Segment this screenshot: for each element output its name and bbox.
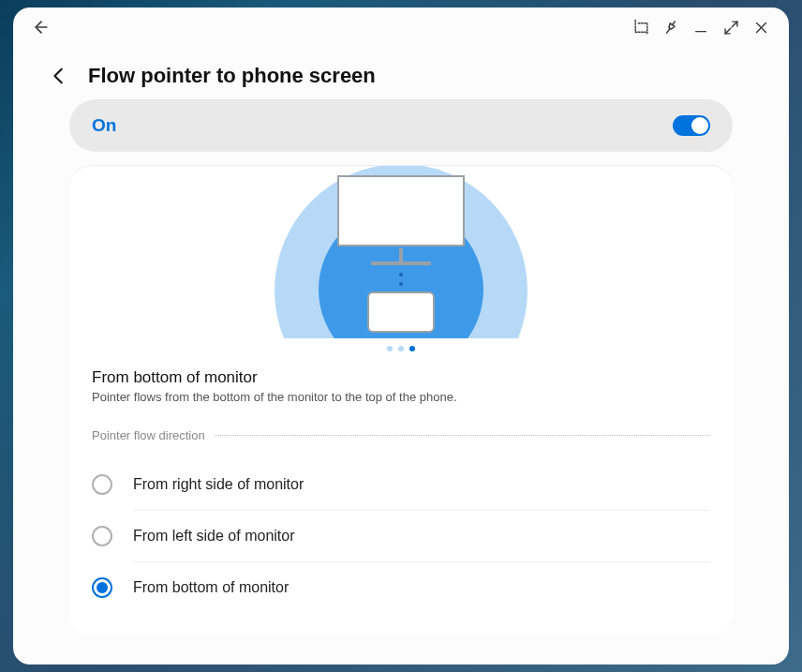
radio-from-bottom[interactable] <box>92 577 112 598</box>
section-label: Pointer flow direction <box>92 428 205 442</box>
pin-icon <box>662 19 679 36</box>
expand-icon <box>723 20 739 36</box>
settings-window: Flow pointer to phone screen On <box>13 7 789 665</box>
pin-button[interactable] <box>656 12 686 42</box>
maximize-button[interactable] <box>716 12 746 42</box>
nav-back-button[interactable] <box>26 12 56 42</box>
header-back-button[interactable] <box>47 64 71 88</box>
option-from-bottom[interactable]: From bottom of monitor <box>92 562 710 613</box>
page-content: On Fr <box>13 99 789 665</box>
close-button[interactable] <box>746 12 776 42</box>
screenshot-button[interactable] <box>626 12 656 42</box>
master-toggle-row[interactable]: On <box>69 99 733 152</box>
radio-from-right[interactable] <box>92 474 112 495</box>
option-label: From bottom of monitor <box>133 579 289 596</box>
carousel-pager <box>92 346 710 351</box>
minimize-button[interactable] <box>686 12 716 42</box>
option-from-left[interactable]: From left side of monitor <box>92 511 710 561</box>
pager-dot-3[interactable] <box>409 346 415 351</box>
pager-dot-1[interactable] <box>387 346 393 351</box>
radio-from-left[interactable] <box>92 526 112 546</box>
chevron-left-icon <box>49 66 69 86</box>
close-icon <box>753 20 769 36</box>
illustration-title: From bottom of monitor <box>92 368 710 387</box>
flow-illustration <box>274 166 528 338</box>
svg-line-2 <box>732 22 737 27</box>
settings-card: From bottom of monitor Pointer flows fro… <box>69 165 733 635</box>
section-header: Pointer flow direction <box>92 428 710 442</box>
master-toggle-label: On <box>92 115 116 136</box>
master-toggle-switch[interactable] <box>673 115 710 136</box>
phone-icon <box>367 291 435 333</box>
option-from-right[interactable]: From right side of monitor <box>92 459 710 510</box>
page-header: Flow pointer to phone screen <box>13 47 789 99</box>
section-divider <box>215 435 710 436</box>
monitor-icon <box>337 175 465 246</box>
option-label: From left side of monitor <box>133 528 295 545</box>
crop-icon <box>632 19 650 37</box>
window-titlebar <box>13 7 789 47</box>
illustration-subtitle: Pointer flows from the bottom of the mon… <box>92 390 710 404</box>
arrow-left-icon <box>32 18 51 37</box>
option-label: From right side of monitor <box>133 476 304 493</box>
illustration-container <box>92 166 710 338</box>
pager-dot-2[interactable] <box>398 346 404 351</box>
svg-line-3 <box>725 28 731 34</box>
page-title: Flow pointer to phone screen <box>88 64 376 88</box>
minimize-icon <box>693 20 708 35</box>
